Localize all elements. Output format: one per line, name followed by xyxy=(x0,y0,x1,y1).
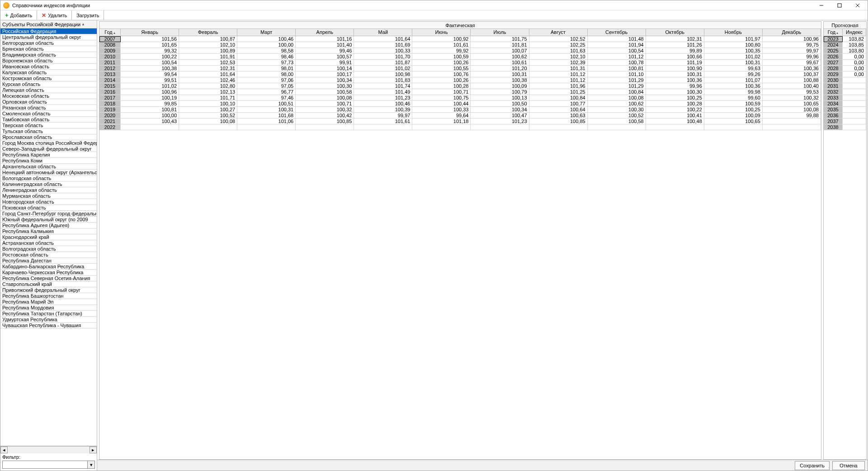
value-cell[interactable]: 99,32 xyxy=(121,48,179,54)
value-cell[interactable]: 100,00 xyxy=(121,113,179,119)
value-cell[interactable] xyxy=(704,124,763,130)
value-cell[interactable] xyxy=(179,124,237,130)
value-cell[interactable]: 101,12 xyxy=(529,77,588,83)
value-cell[interactable]: 100,41 xyxy=(646,113,704,119)
chevron-down-icon[interactable]: ▾ xyxy=(87,461,94,468)
table-row[interactable]: 20260,00 xyxy=(824,54,866,60)
prog-grid[interactable]: 2023103,822024103,852025103,8020260,0020… xyxy=(824,36,866,459)
month-header[interactable]: Сентябрь xyxy=(588,29,646,36)
value-cell[interactable]: 99,60 xyxy=(704,95,763,101)
value-cell[interactable]: 100,47 xyxy=(471,113,529,119)
add-button[interactable]: +Добавить xyxy=(0,10,37,20)
value-cell[interactable]: 100,85 xyxy=(296,119,354,124)
value-cell[interactable]: 100,40 xyxy=(763,83,821,89)
list-item[interactable]: Ростовская область xyxy=(0,252,97,258)
index-cell[interactable] xyxy=(843,124,866,130)
value-cell[interactable]: 100,85 xyxy=(529,119,588,124)
month-header[interactable]: Апрель xyxy=(296,29,354,36)
table-row[interactable]: 2015101,02102,8097,05100,30101,74100,281… xyxy=(99,83,821,89)
list-item[interactable]: Орловская область xyxy=(0,99,97,105)
table-row[interactable]: 2020100,00100,52101,68100,4299,9799,6410… xyxy=(99,113,821,119)
value-cell[interactable]: 101,68 xyxy=(237,113,296,119)
value-cell[interactable]: 99,89 xyxy=(646,48,704,54)
table-row[interactable]: 201399,54101,6498,00100,17100,98100,7610… xyxy=(99,71,821,77)
list-item[interactable]: Смоленская область xyxy=(0,111,97,117)
list-item[interactable]: Республика Северная Осетия-Алания xyxy=(0,276,97,281)
value-cell[interactable]: 100,92 xyxy=(412,36,471,42)
value-cell[interactable]: 101,25 xyxy=(529,89,588,95)
value-cell[interactable]: 100,35 xyxy=(704,48,763,54)
value-cell[interactable]: 100,31 xyxy=(646,71,704,77)
value-cell[interactable]: 101,19 xyxy=(646,60,704,66)
filter-input[interactable] xyxy=(3,461,87,468)
value-cell[interactable] xyxy=(646,124,704,130)
value-cell[interactable]: 100,58 xyxy=(296,89,354,95)
value-cell[interactable]: 100,59 xyxy=(704,101,763,107)
value-cell[interactable]: 101,23 xyxy=(354,95,412,101)
value-cell[interactable]: 102,31 xyxy=(179,66,237,71)
value-cell[interactable]: 101,71 xyxy=(179,95,237,101)
value-cell[interactable]: 99,63 xyxy=(704,66,763,71)
value-cell[interactable]: 100,50 xyxy=(471,101,529,107)
table-row[interactable]: 2035 xyxy=(824,107,866,113)
list-item[interactable]: Республика Дагестан xyxy=(0,258,97,264)
list-item[interactable]: Республика Марий Эл xyxy=(0,299,97,305)
list-item[interactable]: Кабардино-Балкарская Республика xyxy=(0,264,97,270)
value-cell[interactable]: 100,22 xyxy=(646,107,704,113)
list-item[interactable]: Ленинградская область xyxy=(0,187,97,193)
value-cell[interactable]: 100,59 xyxy=(412,54,471,60)
index-cell[interactable] xyxy=(843,77,866,83)
index-cell[interactable]: 103,85 xyxy=(843,42,866,48)
value-cell[interactable]: 101,48 xyxy=(588,36,646,42)
scroll-left-icon[interactable]: ◂ xyxy=(0,447,8,453)
month-header[interactable]: Июль xyxy=(471,29,529,36)
save-button[interactable]: Сохранить xyxy=(795,461,830,470)
value-cell[interactable]: 100,65 xyxy=(763,101,821,107)
value-cell[interactable]: 101,64 xyxy=(354,36,412,42)
table-row[interactable]: 2023103,82 xyxy=(824,36,866,42)
value-cell[interactable]: 101,26 xyxy=(646,42,704,48)
table-row[interactable]: 201499,51102,4697,06100,34101,83100,2610… xyxy=(99,77,821,83)
value-cell[interactable]: 101,07 xyxy=(704,77,763,83)
value-cell[interactable]: 101,29 xyxy=(588,83,646,89)
value-cell[interactable]: 100,43 xyxy=(121,119,179,124)
value-cell[interactable]: 101,02 xyxy=(354,66,412,71)
value-cell[interactable]: 100,08 xyxy=(763,107,821,113)
value-cell[interactable]: 102,13 xyxy=(179,89,237,95)
value-cell[interactable]: 101,12 xyxy=(588,54,646,60)
value-cell[interactable]: 101,06 xyxy=(237,119,296,124)
value-cell[interactable]: 100,09 xyxy=(704,113,763,119)
value-cell[interactable]: 100,62 xyxy=(588,101,646,107)
scroll-right-icon[interactable]: ▸ xyxy=(90,447,97,453)
value-cell[interactable]: 101,02 xyxy=(704,54,763,60)
list-item[interactable]: Краснодарский край xyxy=(0,234,97,240)
table-row[interactable]: 2032 xyxy=(824,89,866,95)
value-cell[interactable]: 100,48 xyxy=(646,119,704,124)
value-cell[interactable]: 100,89 xyxy=(179,48,237,54)
index-cell[interactable]: 0,00 xyxy=(843,60,866,66)
list-item[interactable]: Липецкая область xyxy=(0,87,97,93)
index-cell[interactable] xyxy=(843,83,866,89)
value-cell[interactable]: 100,64 xyxy=(529,107,588,113)
list-item[interactable]: Город Москва столица Российской Федераци… xyxy=(0,140,97,146)
value-cell[interactable]: 100,34 xyxy=(296,77,354,83)
value-cell[interactable]: 100,71 xyxy=(412,89,471,95)
value-cell[interactable]: 101,23 xyxy=(471,119,529,124)
value-cell[interactable]: 100,38 xyxy=(471,77,529,83)
close-button[interactable] xyxy=(849,0,867,10)
value-cell[interactable]: 100,36 xyxy=(704,83,763,89)
value-cell[interactable]: 100,31 xyxy=(237,107,296,113)
value-cell[interactable]: 99,96 xyxy=(646,83,704,89)
list-item[interactable]: Тверская область xyxy=(0,123,97,128)
value-cell[interactable]: 100,84 xyxy=(588,89,646,95)
table-row[interactable]: 2011100,54102,5397,7399,91101,87100,2610… xyxy=(99,60,821,66)
value-cell[interactable]: 100,14 xyxy=(296,66,354,71)
list-item[interactable]: Мурманская область xyxy=(0,193,97,199)
value-cell[interactable] xyxy=(588,124,646,130)
value-cell[interactable]: 101,64 xyxy=(179,71,237,77)
value-cell[interactable]: 99,46 xyxy=(296,48,354,54)
list-item[interactable]: Удмуртская Республика xyxy=(0,317,97,323)
load-button[interactable]: Загрузить xyxy=(72,10,104,20)
value-cell[interactable]: 98,46 xyxy=(237,54,296,60)
value-cell[interactable]: 100,09 xyxy=(471,83,529,89)
